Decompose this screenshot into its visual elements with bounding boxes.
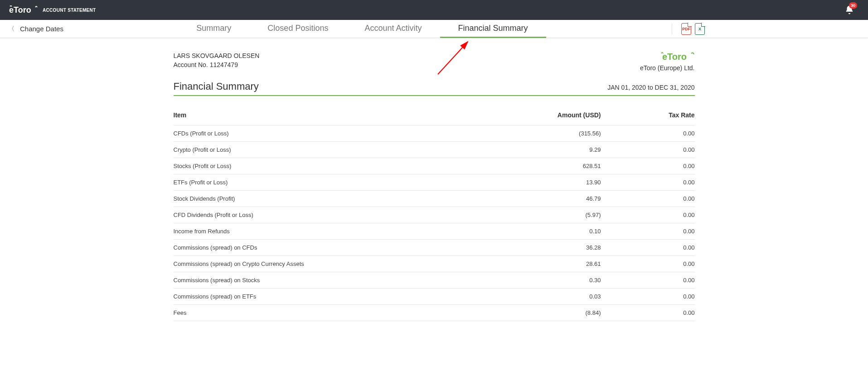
table-row: Commissions (spread) on ETFs0.030.00 — [174, 289, 695, 305]
cell-rate: 0.00 — [601, 207, 695, 223]
table-row: Commissions (spread) on Crypto Currency … — [174, 256, 695, 272]
cell-rate: 0.00 — [601, 191, 695, 207]
cell-item: Fees — [174, 305, 393, 321]
table-row: ETFs (Profit or Loss)13.900.00 — [174, 174, 695, 191]
cell-rate: 0.00 — [601, 289, 695, 305]
cell-item: Commissions (spread) on CFDs — [174, 240, 393, 256]
cell-amount: (315.56) — [393, 125, 601, 142]
change-dates-label: Change Dates — [20, 25, 63, 33]
cell-item: Stocks (Profit or Loss) — [174, 158, 393, 174]
cell-rate: 0.00 — [601, 142, 695, 158]
section-header: Financial Summary JAN 01, 2020 to DEC 31… — [174, 81, 695, 96]
export-pdf-button[interactable]: PDF — [681, 23, 691, 35]
table-row: CFD Dividends (Profit or Loss)(5.97)0.00 — [174, 207, 695, 223]
cell-item: Commissions (spread) on Stocks — [174, 272, 393, 289]
topbar-title: ACCOUNT STATEMENT — [43, 8, 96, 13]
cell-item: Crypto (Profit or Loss) — [174, 142, 393, 158]
cell-amount: 0.10 — [393, 223, 601, 240]
cell-rate: 0.00 — [601, 174, 695, 191]
cell-item: Income from Refunds — [174, 223, 393, 240]
svg-text:eToro: eToro — [9, 5, 31, 14]
entity-name: eToro (Europe) Ltd. — [640, 64, 695, 72]
cell-item: Stock Dividends (Profit) — [174, 191, 393, 207]
cell-amount: 46.79 — [393, 191, 601, 207]
export-xls-button[interactable]: X — [695, 23, 705, 35]
tabs: Summary Closed Positions Account Activit… — [63, 20, 661, 38]
col-header-item: Item — [174, 107, 393, 125]
cell-amount: (8.84) — [393, 305, 601, 321]
table-row: Income from Refunds0.100.00 — [174, 223, 695, 240]
tab-financial-summary[interactable]: Financial Summary — [440, 20, 546, 38]
cell-amount: 9.29 — [393, 142, 601, 158]
export-buttons: PDF X — [672, 23, 868, 35]
cell-rate: 0.00 — [601, 223, 695, 240]
change-dates-button[interactable]: 〈 Change Dates — [0, 25, 63, 33]
table-row: Commissions (spread) on Stocks0.300.00 — [174, 272, 695, 289]
section-title: Financial Summary — [174, 81, 259, 92]
account-number: Account No. 11247479 — [174, 61, 260, 70]
cell-item: Commissions (spread) on ETFs — [174, 289, 393, 305]
cell-item: CFDs (Profit or Loss) — [174, 125, 393, 142]
chevron-left-icon: 〈 — [8, 25, 15, 33]
tab-summary[interactable]: Summary — [178, 20, 249, 38]
cell-rate: 0.00 — [601, 256, 695, 272]
financial-summary-table: Item Amount (USD) Tax Rate CFDs (Profit … — [174, 107, 695, 321]
etoro-brand-icon: eToro — [640, 52, 695, 63]
cell-rate: 0.00 — [601, 240, 695, 256]
account-holder-name: LARS SKOVGAARD OLESEN — [174, 52, 260, 61]
table-row: Stock Dividends (Profit)46.790.00 — [174, 191, 695, 207]
content: LARS SKOVGAARD OLESEN Account No. 112474… — [174, 52, 695, 321]
cell-item: Commissions (spread) on Crypto Currency … — [174, 256, 393, 272]
table-row: Commissions (spread) on CFDs36.280.00 — [174, 240, 695, 256]
meta-row: LARS SKOVGAARD OLESEN Account No. 112474… — [174, 52, 695, 72]
cell-amount: 13.90 — [393, 174, 601, 191]
cell-rate: 0.00 — [601, 305, 695, 321]
table-row: CFDs (Profit or Loss)(315.56)0.00 — [174, 125, 695, 142]
col-header-amount: Amount (USD) — [393, 107, 601, 125]
cell-amount: 0.03 — [393, 289, 601, 305]
entity-block: eToro eToro (Europe) Ltd. — [640, 52, 695, 72]
cell-amount: 628.51 — [393, 158, 601, 174]
cell-rate: 0.00 — [601, 125, 695, 142]
cell-rate: 0.00 — [601, 272, 695, 289]
cell-item: CFD Dividends (Profit or Loss) — [174, 207, 393, 223]
notification-button[interactable]: 30 — [844, 5, 854, 15]
tabbar: 〈 Change Dates Summary Closed Positions … — [0, 20, 868, 38]
col-header-rate: Tax Rate — [601, 107, 695, 125]
cell-rate: 0.00 — [601, 158, 695, 174]
account-holder: LARS SKOVGAARD OLESEN Account No. 112474… — [174, 52, 260, 69]
tab-closed-positions[interactable]: Closed Positions — [249, 20, 346, 38]
table-row: Crypto (Profit or Loss)9.290.00 — [174, 142, 695, 158]
cell-amount: 36.28 — [393, 240, 601, 256]
etoro-logo: eToro — [9, 5, 41, 15]
table-row: Stocks (Profit or Loss)628.510.00 — [174, 158, 695, 174]
topbar: eToro ACCOUNT STATEMENT 30 — [0, 0, 868, 20]
cell-amount: 28.61 — [393, 256, 601, 272]
cell-item: ETFs (Profit or Loss) — [174, 174, 393, 191]
cell-amount: (5.97) — [393, 207, 601, 223]
cell-amount: 0.30 — [393, 272, 601, 289]
notification-badge: 30 — [849, 2, 857, 9]
date-range: JAN 01, 2020 to DEC 31, 2020 — [607, 84, 694, 91]
svg-text:eToro: eToro — [662, 52, 687, 62]
table-row: Fees(8.84)0.00 — [174, 305, 695, 321]
tab-account-activity[interactable]: Account Activity — [346, 20, 440, 38]
